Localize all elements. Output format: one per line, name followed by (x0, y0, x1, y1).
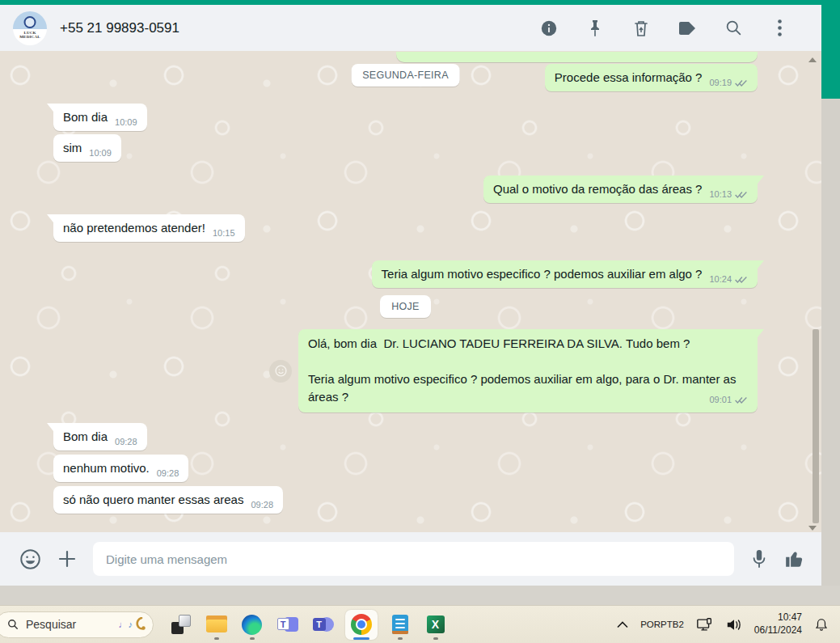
tray-date: 06/11/2024 (754, 624, 802, 637)
edge-icon (242, 615, 262, 635)
task-view-button[interactable] (167, 608, 195, 641)
message-meta: 10:15 (213, 228, 235, 238)
teams-icon: T (313, 615, 334, 634)
chrome-icon (351, 614, 372, 635)
teams-icon: T (277, 615, 298, 634)
search-icon[interactable] (724, 19, 743, 38)
message-time: 09:28 (157, 468, 179, 478)
folder-icon (206, 616, 227, 633)
read-receipt-icon (734, 78, 748, 87)
date-divider: SEGUNDA-FEIRA (351, 64, 460, 87)
message-meta: 10:09 (89, 148, 112, 158)
thumbs-up-icon[interactable] (784, 548, 805, 569)
right-edge-accent (821, 0, 840, 99)
message-bubble[interactable]: só não quero manter essas areas09:28 (53, 486, 283, 514)
chat-scrollbar-thumb[interactable] (813, 329, 819, 523)
message-meta: 09:28 (157, 468, 179, 478)
message-time: 09:01 (709, 395, 732, 404)
message-meta: 09:28 (115, 437, 137, 446)
excel-button[interactable]: X (421, 608, 450, 641)
language-code: POR (640, 619, 661, 631)
trash-arrow-icon[interactable] (631, 19, 651, 38)
info-icon[interactable] (539, 19, 559, 38)
message-input[interactable]: Digite uma mensagem (93, 542, 734, 576)
message-text: só não quero manter essas areas (63, 491, 243, 508)
tray-time: 10:47 (754, 611, 802, 624)
message-bubble[interactable]: Qual o motivo da remoção das áreas ?10:1… (483, 176, 758, 203)
composer-bar: Digite uma mensagem (0, 532, 821, 586)
file-explorer-button[interactable] (202, 608, 230, 641)
message-time: 10:09 (115, 117, 137, 127)
message-time: 10:13 (709, 189, 732, 199)
message-bubble[interactable]: Bom dia09:28 (53, 423, 147, 451)
message-meta: 09:19 (709, 78, 748, 87)
message-bubble[interactable]: sim10:09 (53, 134, 121, 162)
excel-icon: X (427, 616, 445, 633)
message-bubble[interactable]: nenhum motivo.09:28 (53, 455, 188, 482)
taskbar-search-placeholder: Pesquisar (26, 618, 112, 631)
notepad-button[interactable] (386, 608, 414, 641)
message-text: nenhum motivo. (63, 459, 150, 476)
message-bubble[interactable]: Procede essa informação ?09:19 (545, 64, 758, 91)
label-icon[interactable] (677, 19, 697, 38)
pin-icon[interactable] (585, 19, 605, 38)
message-input-placeholder: Digite uma mensagem (106, 552, 227, 566)
read-receipt-icon (734, 190, 748, 199)
message-list: SEGUNDA-FEIRAProcede essa informação ?09… (0, 51, 821, 532)
notification-bell-icon[interactable] (814, 617, 829, 632)
message-meta: 09:28 (251, 500, 273, 510)
smiley-icon (274, 364, 288, 378)
search-highlight-art-icon: ♩ ♪ (119, 617, 147, 632)
message-text: Bom dia (63, 108, 108, 125)
message-meta: 09:01 (709, 395, 748, 404)
language-indicator[interactable]: POR PTB2 (640, 619, 684, 631)
chat-area: SEGUNDA-FEIRAProcede essa informação ?09… (0, 51, 821, 532)
windows-taskbar: Pesquisar ♩ ♪ T T (0, 605, 840, 643)
message-bubble[interactable]: Teria algum motivo especifico ? podemos … (372, 260, 758, 288)
taskbar-icons: T T X (167, 608, 450, 641)
volume-icon[interactable] (726, 618, 742, 632)
message-text: Olá, bom dia Dr. LUCIANO TADEU FERREIRA … (308, 336, 740, 404)
message-text: não pretendemos atender! (63, 219, 205, 236)
mic-icon[interactable] (750, 548, 768, 569)
teams-classic-button[interactable]: T (273, 608, 302, 641)
window-bottom-band (0, 586, 840, 605)
chat-header: LUCK MEDICAL +55 21 99893-0591 (0, 5, 821, 51)
message-time: 09:28 (115, 437, 137, 446)
contact-phone-title[interactable]: +55 21 99893-0591 (60, 20, 179, 36)
edge-browser-button[interactable] (238, 608, 266, 641)
read-receipt-icon (734, 396, 748, 404)
contact-avatar[interactable]: LUCK MEDICAL (13, 11, 47, 45)
avatar-logo-text: LUCK MEDICAL (13, 31, 47, 39)
message-time: 10:15 (213, 228, 235, 238)
message-bubble[interactable]: Olá, bom dia Dr. LUCIANO TADEU FERREIRA … (298, 329, 758, 412)
message-text: sim (63, 139, 82, 156)
attach-plus-icon[interactable] (57, 549, 77, 569)
taskbar-search[interactable]: Pesquisar ♩ ♪ (0, 611, 154, 638)
react-emoji-button[interactable] (269, 360, 292, 383)
emoji-picker-icon[interactable] (19, 548, 41, 570)
message-meta: 10:24 (709, 274, 748, 284)
scroll-down-arrow[interactable] (808, 526, 817, 531)
teams-new-button[interactable]: T (309, 608, 337, 641)
message-time: 09:28 (251, 500, 273, 510)
menu-kebab-icon[interactable] (770, 19, 789, 38)
message-time: 10:09 (89, 148, 112, 158)
scroll-up-arrow[interactable] (808, 57, 817, 62)
message-meta: 10:09 (115, 117, 137, 127)
message-meta: 10:13 (709, 189, 748, 199)
message-bubble[interactable]: não pretendemos atender!10:15 (53, 214, 245, 242)
notepad-icon (392, 615, 408, 634)
right-edge-background (821, 99, 840, 605)
chrome-browser-button[interactable] (344, 608, 378, 641)
message-bubble-partial[interactable] (396, 52, 758, 62)
tray-chevron-icon[interactable] (617, 621, 628, 628)
message-time: 10:24 (709, 274, 732, 284)
keyboard-layout: PTB2 (661, 619, 684, 631)
message-text: Qual o motivo da remoção das áreas ? (493, 180, 702, 197)
search-icon (7, 619, 19, 630)
clock-indicator[interactable]: 10:47 06/11/2024 (754, 611, 802, 637)
network-icon[interactable] (696, 617, 714, 632)
date-divider: HOJE (380, 295, 431, 318)
message-bubble[interactable]: Bom dia10:09 (53, 104, 147, 131)
